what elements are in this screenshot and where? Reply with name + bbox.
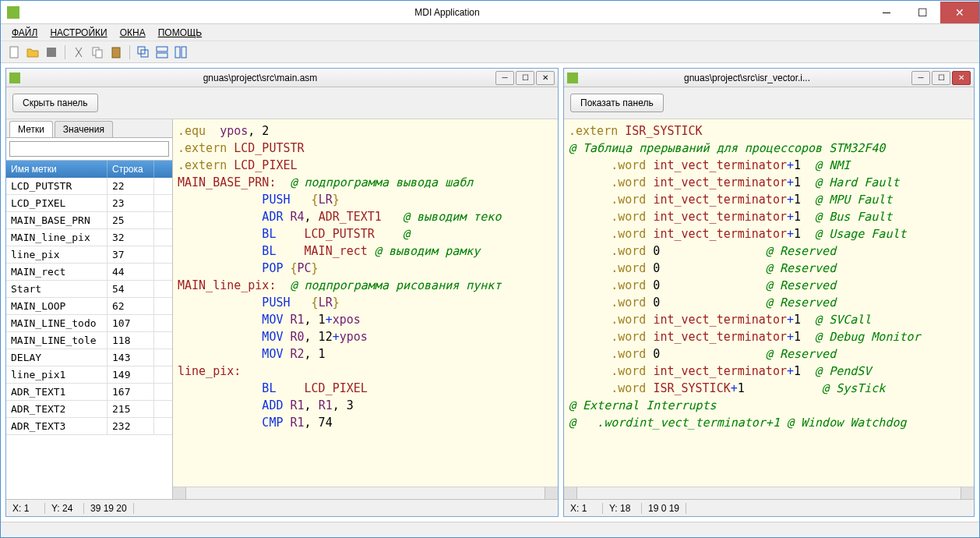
svg-rect-3 — [96, 50, 102, 58]
child-titlebar[interactable]: gnuas\project\src\main.asm ─ ☐ ✕ — [6, 69, 558, 87]
close-button[interactable]: ✕ — [940, 2, 979, 23]
child-window-main: gnuas\project\src\main.asm ─ ☐ ✕ Скрыть … — [5, 68, 559, 517]
child-statusbar: X: 1 Y: 24 39 19 20 — [6, 499, 558, 516]
table-row[interactable]: ADR_TEXT2215 — [6, 401, 172, 418]
child-close-button[interactable]: ✕ — [536, 71, 555, 85]
main-statusbar — [1, 522, 979, 537]
horizontal-scrollbar[interactable] — [564, 487, 974, 499]
table-row[interactable]: LCD_PIXEL23 — [6, 195, 172, 212]
cascade-windows-icon[interactable] — [136, 45, 150, 59]
label-search-input[interactable] — [9, 141, 169, 157]
child-statusbar: X: 1 Y: 18 19 0 19 — [564, 499, 974, 516]
cut-icon[interactable] — [72, 45, 86, 59]
menu-windows[interactable]: ОКНА — [115, 26, 150, 40]
show-panel-button[interactable]: Показать панель — [570, 94, 664, 112]
toolbar — [1, 41, 979, 63]
save-file-icon[interactable] — [44, 45, 58, 59]
table-row[interactable]: Start54 — [6, 281, 172, 298]
table-row[interactable]: line_pix1149 — [6, 366, 172, 384]
paste-icon[interactable] — [109, 45, 123, 59]
svg-rect-1 — [47, 48, 56, 57]
tab-labels[interactable]: Метки — [9, 121, 53, 137]
column-header-line[interactable]: Строка — [108, 161, 154, 178]
status-y: Y: 18 — [603, 503, 642, 514]
svg-rect-4 — [112, 48, 120, 58]
child-maximize-button[interactable]: ☐ — [932, 71, 950, 85]
table-row[interactable]: MAIN_line_pix32 — [6, 229, 172, 246]
labels-table[interactable]: Имя метки Строка LCD_PUTSTR22LCD_PIXEL23… — [6, 160, 172, 499]
side-panel: Метки Значения Имя метки Строка LCD_PUTS… — [6, 119, 173, 499]
table-row[interactable]: MAIN_rect44 — [6, 264, 172, 281]
child-minimize-button[interactable]: ─ — [495, 71, 514, 85]
titlebar: MDI Application ─ ☐ ✕ — [1, 1, 979, 24]
hide-panel-button[interactable]: Скрыть панель — [12, 94, 98, 112]
maximize-button[interactable]: ☐ — [904, 2, 940, 23]
table-row[interactable]: LCD_PUTSTR22 — [6, 178, 172, 195]
menu-file[interactable]: ФАЙЛ — [7, 26, 42, 40]
panel-bar: Скрыть панель — [6, 87, 558, 119]
document-icon — [9, 73, 20, 83]
table-row[interactable]: line_pix37 — [6, 246, 172, 264]
status-x: X: 1 — [564, 503, 603, 514]
svg-rect-9 — [175, 47, 180, 58]
svg-rect-0 — [10, 47, 18, 58]
tile-horizontal-icon[interactable] — [155, 45, 169, 59]
status-x: X: 1 — [6, 503, 45, 514]
svg-rect-7 — [157, 47, 167, 51]
table-row[interactable]: MAIN_LOOP62 — [6, 298, 172, 315]
child-title: gnuas\project\src\isr_vector.i... — [583, 73, 911, 83]
column-header-name[interactable]: Имя метки — [6, 161, 108, 178]
svg-rect-8 — [157, 53, 167, 58]
tab-values[interactable]: Значения — [55, 121, 113, 137]
child-titlebar[interactable]: gnuas\project\src\isr_vector.i... ─ ☐ ✕ — [564, 69, 974, 87]
new-file-icon[interactable] — [7, 45, 21, 59]
main-window: MDI Application ─ ☐ ✕ ФАЙЛ НАСТРОЙКИ ОКН… — [0, 0, 980, 538]
child-window-isr: gnuas\project\src\isr_vector.i... ─ ☐ ✕ … — [563, 68, 975, 517]
copy-icon[interactable] — [90, 45, 104, 59]
minimize-button[interactable]: ─ — [869, 2, 904, 23]
document-icon — [567, 73, 578, 83]
menu-settings[interactable]: НАСТРОЙКИ — [45, 26, 111, 40]
app-title: MDI Application — [26, 7, 869, 18]
child-close-button[interactable]: ✕ — [952, 71, 971, 85]
status-sel: 39 19 20 — [84, 503, 134, 514]
status-sel: 19 0 19 — [642, 503, 686, 514]
menu-help[interactable]: ПОМОЩЬ — [153, 26, 206, 40]
table-row[interactable]: ADR_TEXT1167 — [6, 384, 172, 401]
svg-rect-10 — [182, 47, 186, 58]
mdi-area: gnuas\project\src\main.asm ─ ☐ ✕ Скрыть … — [1, 63, 979, 522]
child-maximize-button[interactable]: ☐ — [516, 71, 534, 85]
separator — [65, 45, 65, 59]
menubar: ФАЙЛ НАСТРОЙКИ ОКНА ПОМОЩЬ — [1, 24, 979, 41]
code-editor-main[interactable]: .equ ypos, 2.extern LCD_PUTSTR.extern LC… — [173, 119, 558, 487]
code-editor-isr[interactable]: .extern ISR_SYSTICK@ Таблица прерываний … — [564, 119, 974, 487]
table-row[interactable]: MAIN_BASE_PRN25 — [6, 212, 172, 229]
tile-vertical-icon[interactable] — [174, 45, 188, 59]
table-row[interactable]: MAIN_LINE_tole118 — [6, 332, 172, 349]
status-y: Y: 24 — [45, 503, 84, 514]
horizontal-scrollbar[interactable] — [173, 487, 558, 499]
child-minimize-button[interactable]: ─ — [911, 71, 930, 85]
separator — [129, 45, 130, 59]
panel-bar: Показать панель — [564, 87, 974, 119]
table-row[interactable]: DELAY143 — [6, 349, 172, 366]
table-row[interactable]: MAIN_LINE_todo107 — [6, 315, 172, 332]
table-row[interactable]: ADR_TEXT3232 — [6, 418, 172, 435]
app-icon — [7, 6, 19, 19]
open-file-icon[interactable] — [26, 45, 40, 59]
child-title: gnuas\project\src\main.asm — [25, 73, 495, 83]
